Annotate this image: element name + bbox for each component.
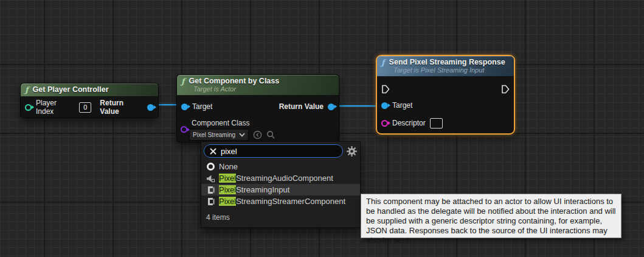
function-icon: ƒ bbox=[25, 86, 29, 94]
match-text: Pixel bbox=[219, 185, 236, 194]
audio-component-icon bbox=[206, 174, 215, 183]
match-text: Pixel bbox=[219, 197, 236, 206]
class-option-streaming-input[interactable]: PixelStreamingInput bbox=[201, 184, 360, 195]
return-value-label: Return Value bbox=[279, 102, 324, 111]
target-label: Target bbox=[392, 101, 412, 110]
player-index-label: Player Index bbox=[36, 99, 75, 116]
blueprint-graph-canvas[interactable]: ƒ Get Player Controller Player Index 0 R… bbox=[0, 0, 644, 257]
function-icon: ƒ bbox=[381, 58, 385, 66]
match-text: Pixel bbox=[219, 174, 236, 183]
class-option-label: StreamingStreamerComponent bbox=[236, 197, 345, 206]
component-class-value: Pixel Streaming bbox=[193, 132, 235, 138]
node-title: Get Player Controller bbox=[33, 85, 109, 94]
class-option-label: StreamingAudioComponent bbox=[236, 174, 333, 183]
class-option-label: None bbox=[219, 162, 238, 171]
class-option-none[interactable]: None bbox=[201, 161, 360, 172]
return-value-pin[interactable] bbox=[328, 104, 334, 110]
chevron-down-icon bbox=[239, 133, 245, 137]
class-option-streamer-component[interactable]: PixelStreamingStreamerComponent bbox=[201, 195, 360, 207]
node-header: ƒ Send Pixel Streaming Response Target i… bbox=[377, 56, 514, 77]
target-label: Target bbox=[192, 102, 212, 111]
node-header: ƒ Get Component by Class Target is Actor bbox=[177, 75, 339, 96]
node-subtitle: Target is Actor bbox=[193, 85, 334, 93]
node-title: Get Component by Class bbox=[189, 77, 280, 85]
browse-icon[interactable] bbox=[266, 130, 275, 139]
descriptor-value-field[interactable] bbox=[430, 118, 443, 128]
clear-search-icon[interactable] bbox=[210, 148, 216, 155]
descriptor-pin[interactable] bbox=[381, 120, 388, 127]
node-get-component-by-class[interactable]: ƒ Get Component by Class Target is Actor… bbox=[176, 74, 339, 143]
node-subtitle: Target is Pixel Streaming Input bbox=[393, 66, 509, 74]
function-icon: ƒ bbox=[181, 77, 185, 85]
component-class-select[interactable]: Pixel Streaming bbox=[189, 128, 249, 141]
class-search-field[interactable] bbox=[204, 144, 343, 158]
player-index-value-field[interactable]: 0 bbox=[79, 102, 91, 113]
node-header: ƒ Get Player Controller bbox=[21, 83, 158, 97]
target-pin[interactable] bbox=[181, 104, 188, 110]
node-get-player-controller[interactable]: ƒ Get Player Controller Player Index 0 R… bbox=[20, 83, 159, 118]
exec-input-pin[interactable] bbox=[381, 85, 390, 94]
descriptor-label: Descriptor bbox=[392, 119, 426, 127]
none-icon bbox=[207, 163, 215, 171]
exec-output-pin[interactable] bbox=[501, 85, 510, 94]
settings-gear-icon[interactable] bbox=[347, 146, 357, 157]
component-description-tooltip: This component may be attached to an act… bbox=[361, 194, 621, 238]
class-search-input[interactable] bbox=[221, 147, 337, 156]
class-icon bbox=[206, 197, 215, 206]
class-icon bbox=[206, 186, 215, 194]
class-picker-popup: None PixelStreamingAudioComponent PixelS… bbox=[201, 141, 361, 228]
return-value-pin[interactable] bbox=[147, 104, 154, 111]
use-selected-icon[interactable] bbox=[253, 130, 262, 139]
class-option-audio-component[interactable]: PixelStreamingAudioComponent bbox=[201, 172, 360, 184]
player-index-pin[interactable] bbox=[25, 104, 32, 111]
component-class-label: Component Class bbox=[192, 119, 339, 127]
node-send-pixel-streaming-response[interactable]: ƒ Send Pixel Streaming Response Target i… bbox=[376, 55, 515, 135]
class-option-label: StreamingInput bbox=[236, 185, 289, 194]
component-class-pin[interactable] bbox=[181, 126, 187, 133]
class-picker-list: None PixelStreamingAudioComponent PixelS… bbox=[201, 160, 360, 209]
target-pin[interactable] bbox=[381, 102, 388, 109]
return-value-label: Return Value bbox=[100, 99, 143, 116]
node-title: Send Pixel Streaming Response bbox=[389, 58, 505, 66]
item-count-label: 4 items bbox=[201, 209, 360, 227]
